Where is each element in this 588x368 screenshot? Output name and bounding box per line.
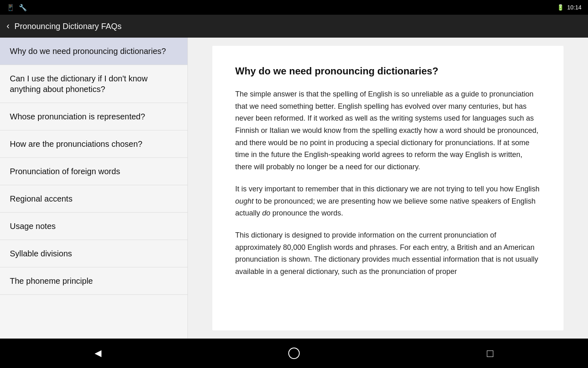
sidebar-item-4[interactable]: How are the pronunciations chosen? [0, 130, 187, 158]
page-title: Pronouncing Dictionary FAQs [14, 22, 121, 31]
status-bar: 📱 🔧 🔋 10:14 [0, 0, 588, 15]
italic-ought: ought [235, 197, 254, 205]
title-bar: ‹ Pronouncing Dictionary FAQs [0, 15, 588, 38]
italic-do: do [262, 209, 270, 217]
nav-recent-button[interactable]: □ [478, 341, 502, 366]
time-display: 10:14 [567, 4, 581, 11]
nav-recent-icon: □ [487, 347, 493, 360]
content-title: Why do we need pronouncing dictionaries? [235, 65, 541, 77]
status-bar-right: 🔋 10:14 [557, 4, 581, 11]
sidebar-item-3[interactable]: Whose pronunciation is represented? [0, 103, 187, 130]
content-card: Why do we need pronouncing dictionaries?… [212, 46, 564, 330]
nav-home-button[interactable] [282, 341, 306, 366]
main-content: Why do we need pronouncing dictionaries?… [0, 38, 588, 339]
sidebar-item-8[interactable]: Syllable divisions [0, 240, 187, 267]
content-paragraph-3: This dictionary is designed to provide i… [235, 229, 541, 278]
nav-home-icon [288, 348, 300, 359]
phone-icon: 📱 [7, 4, 15, 11]
content-paragraph-2: It is very important to remember that in… [235, 183, 541, 220]
sidebar-item-1[interactable]: Why do we need pronouncing dictionaries? [0, 38, 187, 65]
bug-icon: 🔧 [19, 4, 27, 11]
sidebar: Why do we need pronouncing dictionaries?… [0, 38, 188, 339]
nav-back-icon: ◄ [92, 347, 104, 360]
content-body: The simple answer is that the spelling o… [235, 88, 541, 278]
status-bar-left: 📱 🔧 [7, 4, 27, 11]
nav-back-button[interactable]: ◄ [86, 341, 110, 366]
content-panel: Why do we need pronouncing dictionaries?… [188, 38, 588, 339]
content-paragraph-1: The simple answer is that the spelling o… [235, 88, 541, 173]
sidebar-item-2[interactable]: Can I use the dictionary if I don't know… [0, 65, 187, 103]
sidebar-item-6[interactable]: Regional accents [0, 185, 187, 213]
sidebar-item-9[interactable]: The phoneme principle [0, 267, 187, 295]
back-button[interactable]: ‹ [7, 21, 9, 31]
sidebar-item-5[interactable]: Pronunciation of foreign words [0, 158, 187, 185]
nav-bar: ◄ □ [0, 339, 588, 368]
sidebar-item-7[interactable]: Usage notes [0, 213, 187, 240]
battery-icon: 🔋 [557, 4, 564, 11]
